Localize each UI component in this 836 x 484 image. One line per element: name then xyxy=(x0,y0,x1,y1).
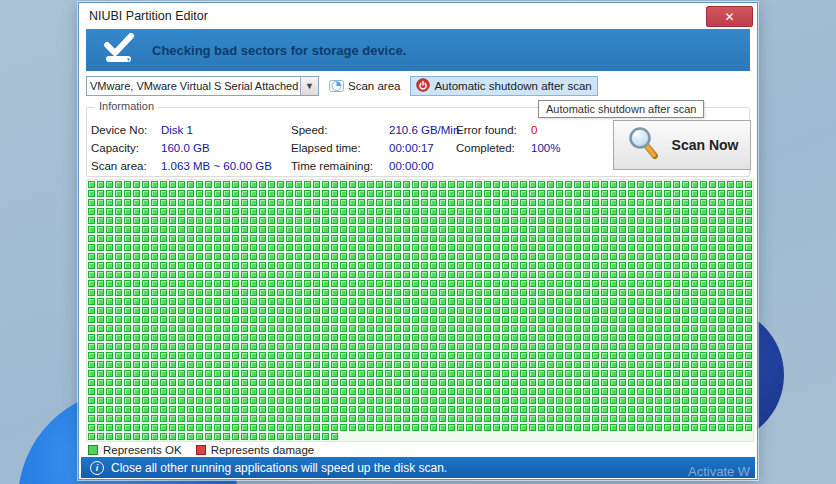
sector-cell xyxy=(538,208,545,215)
sector-cell xyxy=(628,415,635,422)
sector-cell xyxy=(664,397,671,404)
sector-cell xyxy=(205,217,212,224)
sector-cell xyxy=(664,190,671,197)
auto-shutdown-toggle[interactable]: Automatic shutdown after scan xyxy=(410,76,597,96)
sector-cell xyxy=(106,379,113,386)
sector-cell xyxy=(646,406,653,413)
sector-cell xyxy=(97,397,104,404)
sector-cell xyxy=(502,370,509,377)
sector-cell xyxy=(412,208,419,215)
sector-cell xyxy=(376,289,383,296)
sector-cell xyxy=(547,235,554,242)
sector-cell xyxy=(502,253,509,260)
sector-cell xyxy=(340,334,347,341)
sector-cell xyxy=(88,316,95,323)
sector-cell xyxy=(556,424,563,431)
sector-cell xyxy=(529,217,536,224)
sector-cell xyxy=(169,406,176,413)
sector-cell xyxy=(241,370,248,377)
sector-cell xyxy=(637,253,644,260)
sector-cell xyxy=(502,298,509,305)
sector-cell xyxy=(628,316,635,323)
sector-cell xyxy=(448,424,455,431)
sector-cell xyxy=(331,415,338,422)
sector-cell xyxy=(727,424,734,431)
sector-cell xyxy=(403,343,410,350)
sector-cell xyxy=(628,271,635,278)
sector-cell xyxy=(304,262,311,269)
sector-cell xyxy=(223,181,230,188)
status-bar-text: Close all other running applications wil… xyxy=(111,461,447,475)
sector-cell xyxy=(574,271,581,278)
sector-cell xyxy=(664,370,671,377)
sector-cell xyxy=(286,415,293,422)
sector-cell xyxy=(142,352,149,359)
sector-cell xyxy=(421,343,428,350)
sector-cell xyxy=(619,244,626,251)
sector-cell xyxy=(502,235,509,242)
sector-cell xyxy=(187,298,194,305)
sector-cell xyxy=(142,208,149,215)
sector-cell xyxy=(493,217,500,224)
sector-cell xyxy=(133,289,140,296)
sector-cell xyxy=(304,397,311,404)
sector-cell xyxy=(709,415,716,422)
sector-cell xyxy=(682,325,689,332)
close-button[interactable]: ✕ xyxy=(706,6,753,27)
sector-cell xyxy=(88,334,95,341)
sector-cell xyxy=(223,370,230,377)
sector-cell xyxy=(745,199,752,206)
sector-cell xyxy=(439,361,446,368)
sector-cell xyxy=(682,289,689,296)
sector-cell xyxy=(394,370,401,377)
sector-cell xyxy=(448,217,455,224)
sector-cell xyxy=(205,334,212,341)
scan-now-button[interactable]: Scan Now xyxy=(613,120,751,170)
sector-cell xyxy=(403,415,410,422)
sector-cell xyxy=(394,235,401,242)
sector-cell xyxy=(214,271,221,278)
sector-cell xyxy=(250,307,257,314)
sector-cell xyxy=(628,190,635,197)
sector-cell xyxy=(745,271,752,278)
scan-area-button[interactable]: Scan area xyxy=(323,76,406,96)
sector-cell xyxy=(412,397,419,404)
sector-cell xyxy=(457,352,464,359)
sector-cell xyxy=(268,217,275,224)
sector-cell xyxy=(151,199,158,206)
sector-cell xyxy=(529,379,536,386)
sector-cell xyxy=(223,397,230,404)
device-select[interactable]: VMware, VMware Virtual S Serial Attached… xyxy=(86,76,319,96)
sector-cell xyxy=(340,388,347,395)
sector-cell xyxy=(475,271,482,278)
sector-cell xyxy=(439,271,446,278)
sector-cell xyxy=(646,199,653,206)
sector-cell xyxy=(691,226,698,233)
sector-cell xyxy=(691,415,698,422)
sector-cell xyxy=(574,262,581,269)
sector-cell xyxy=(466,199,473,206)
sector-cell xyxy=(700,334,707,341)
sector-cell xyxy=(412,307,419,314)
sector-cell xyxy=(628,235,635,242)
info-row-capacity: Capacity: 160.0 GB xyxy=(91,142,272,155)
sector-cell xyxy=(367,370,374,377)
sector-cell xyxy=(709,352,716,359)
sector-cell xyxy=(304,280,311,287)
chevron-down-icon[interactable]: ▼ xyxy=(300,77,318,95)
sector-cell xyxy=(250,298,257,305)
sector-cell xyxy=(268,244,275,251)
sector-cell xyxy=(250,217,257,224)
sector-cell xyxy=(664,235,671,242)
sector-cell xyxy=(349,262,356,269)
sector-cell xyxy=(538,298,545,305)
sector-cell xyxy=(97,379,104,386)
sector-cell xyxy=(286,253,293,260)
sector-cell xyxy=(151,388,158,395)
sector-cell xyxy=(88,325,95,332)
sector-cell xyxy=(259,433,266,440)
sector-cell xyxy=(637,316,644,323)
sector-cell xyxy=(628,199,635,206)
sector-cell xyxy=(655,271,662,278)
sector-cell xyxy=(385,181,392,188)
